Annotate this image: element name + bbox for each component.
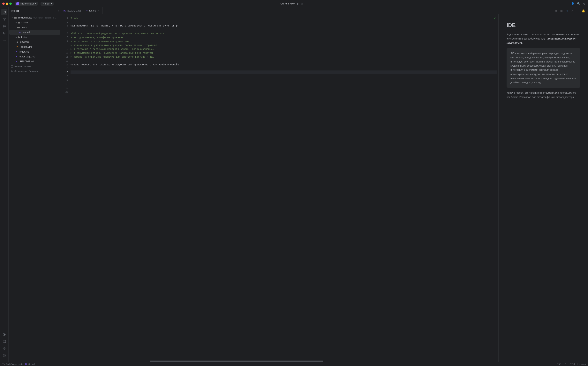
maximize-button[interactable] xyxy=(9,2,12,5)
editor-close-panel-icon[interactable]: ✕ xyxy=(570,8,575,13)
current-file-chevron: ▾ xyxy=(294,2,295,5)
files-icon[interactable] xyxy=(1,9,8,15)
statusbar-indent[interactable]: 4 spaces xyxy=(577,363,586,365)
branch-selector[interactable]: ⎇ main ▾ xyxy=(40,2,54,6)
svg-point-0 xyxy=(3,18,4,19)
sidebar-header[interactable]: Project ▾ xyxy=(8,8,61,15)
run-config-icon[interactable] xyxy=(1,331,8,338)
traffic-lights xyxy=(2,2,12,5)
star-icon[interactable]: ☆ xyxy=(301,2,303,5)
code-line-19 xyxy=(70,86,497,90)
ide-tab-close[interactable]: ✕ xyxy=(97,9,100,12)
svg-point-22 xyxy=(4,349,5,349)
file-tree: ▾ TheTechTales ~/Desktop/TheTechTa… ▶ as… xyxy=(8,15,61,362)
root-folder-icon xyxy=(14,16,17,19)
breadcrumb-sep-2: › xyxy=(24,363,24,365)
tree-item-index-md[interactable]: M↓ index.md xyxy=(9,49,60,54)
index-md-label: index.md xyxy=(19,50,29,53)
tree-item-tasks[interactable]: ▶ tasks xyxy=(9,35,60,39)
code-line-17 xyxy=(70,78,497,82)
settings-icon[interactable]: ⚙ xyxy=(583,2,586,5)
gitignore-label: .gitignore xyxy=(19,41,29,43)
run-icon[interactable]: ▶ xyxy=(297,2,299,5)
tree-item-readme-md[interactable]: M↓ README.md xyxy=(9,59,60,64)
icon-bar-bottom xyxy=(1,331,8,360)
icon-bar: ⋯ xyxy=(0,8,8,362)
titlebar-right: 👤 🔍 ⚙ xyxy=(571,2,586,5)
terminal-icon[interactable] xyxy=(1,338,8,345)
code-content: 1 2 3 4 5 6 7 8 9 10 11 12 13 xyxy=(61,15,498,360)
tree-item-assets[interactable]: ▶ assets xyxy=(9,20,60,25)
code-line-6: > автодополнение, автоформатирование, xyxy=(70,35,497,39)
branch-icon: ⎇ xyxy=(42,2,44,5)
preview-intro: Код придется где-то писать, и тут мы ста… xyxy=(507,32,580,45)
statusbar-posts[interactable]: posts xyxy=(18,363,23,365)
readme-md-label: README.md xyxy=(19,60,34,63)
line-numbers: 1 2 3 4 5 6 7 8 9 10 11 12 13 xyxy=(61,15,70,360)
current-file-selector[interactable]: Current File ▾ xyxy=(280,2,295,5)
editor-layout-icon[interactable]: ⊞ xyxy=(559,8,564,13)
more-tools-icon[interactable]: ⋯ xyxy=(1,37,8,43)
search-icon[interactable]: 🔍 xyxy=(577,2,580,5)
svg-line-3 xyxy=(3,19,4,20)
structure-icon[interactable] xyxy=(1,23,8,29)
code-line-15 xyxy=(70,70,497,74)
preview-conclusion: Короче говоря, это такой же инструмент д… xyxy=(507,91,580,99)
code-editor[interactable]: 1 2 3 4 5 6 7 8 9 10 11 12 13 xyxy=(61,15,498,362)
editor-more-icon[interactable]: ⋮ xyxy=(576,8,580,13)
preview-pane: IDE Код придется где-то писать, и тут мы… xyxy=(499,15,588,110)
preview-title: IDE xyxy=(507,22,580,28)
statusbar-right: 15:1 LF UTF-8 4 spaces xyxy=(557,363,586,365)
posts-folder-icon xyxy=(17,26,20,29)
tree-item-other-page-md[interactable]: M↓ other-page.md xyxy=(9,54,60,59)
code-line-14 xyxy=(70,67,497,70)
assets-chevron-icon: ▶ xyxy=(15,22,17,23)
bookmarks-icon[interactable] xyxy=(1,30,8,36)
notifications-icon[interactable] xyxy=(1,345,8,351)
person-icon[interactable]: 👤 xyxy=(571,2,574,5)
svg-point-23 xyxy=(4,355,5,356)
tree-item-config-yml[interactable]: Y _config.yml xyxy=(9,45,60,49)
svg-point-1 xyxy=(5,18,6,19)
tree-item-root[interactable]: ▾ TheTechTales ~/Desktop/TheTechTa… xyxy=(9,15,60,20)
horizontal-scrollbar[interactable] xyxy=(63,360,497,362)
assets-folder-icon xyxy=(17,21,20,24)
code-lines[interactable]: # IDE Код придется где-то писать, и тут … xyxy=(70,15,498,360)
tree-item-ide-md[interactable]: M↓ ide.md xyxy=(9,30,60,35)
project-selector[interactable]: T TheTechTales ▾ xyxy=(15,2,38,6)
tab-readme[interactable]: M↓ README.md xyxy=(61,8,83,14)
editor-list-icon[interactable]: ≡ xyxy=(554,8,558,13)
statusbar-file-label: ide.md xyxy=(28,363,35,365)
scrollbar-thumb[interactable] xyxy=(150,360,323,362)
statusbar-position[interactable]: 15:1 xyxy=(557,363,562,365)
code-line-7: > интеграции со сторонними инструментами… xyxy=(70,39,497,43)
settings-sidebar-icon[interactable] xyxy=(1,352,8,358)
scratches-consoles-item[interactable]: Scratches and Consoles xyxy=(8,69,61,73)
tab-bar: M↓ README.md M↓ ide.md ✕ ≡ ⊞ ⊟ ✕ ⋮ 🔔 xyxy=(61,8,588,15)
root-path: ~/Desktop/TheTechTa… xyxy=(33,16,56,19)
code-line-18 xyxy=(70,82,497,86)
tasks-chevron-icon: ▶ xyxy=(15,36,17,38)
code-line-9: > интеграция с системами контроля версий… xyxy=(70,47,497,51)
git-icon[interactable] xyxy=(1,16,8,22)
branch-name-label: main xyxy=(45,2,50,5)
more-menu-icon[interactable]: ⋮ xyxy=(305,2,308,5)
tab-ide-md[interactable]: M↓ ide.md ✕ xyxy=(83,8,103,14)
statusbar-file[interactable]: M↓ ide.md xyxy=(25,363,35,365)
tree-item-gitignore[interactable]: ⚙ .gitignore xyxy=(9,40,60,44)
statusbar-line-ending[interactable]: LF xyxy=(564,363,566,365)
statusbar-encoding[interactable]: UTF-8 xyxy=(569,363,575,365)
ide-tab-label: ide.md xyxy=(89,9,96,12)
readme-tab-label: README.md xyxy=(67,9,81,12)
statusbar-project[interactable]: TheTechTales xyxy=(2,363,15,365)
editor-split-icon[interactable]: ⊟ xyxy=(565,8,569,13)
external-libraries-item[interactable]: External Libraries xyxy=(8,64,61,69)
code-line-1: # IDE xyxy=(70,16,497,20)
minimize-button[interactable] xyxy=(6,2,8,5)
editor-bell-icon[interactable]: 🔔 xyxy=(581,8,586,13)
close-button[interactable] xyxy=(2,2,5,5)
svg-rect-5 xyxy=(3,25,4,26)
tree-item-posts[interactable]: ▾ posts xyxy=(9,25,60,30)
readme-md-icon: M↓ xyxy=(15,60,19,63)
posts-chevron-icon: ▾ xyxy=(15,26,16,28)
